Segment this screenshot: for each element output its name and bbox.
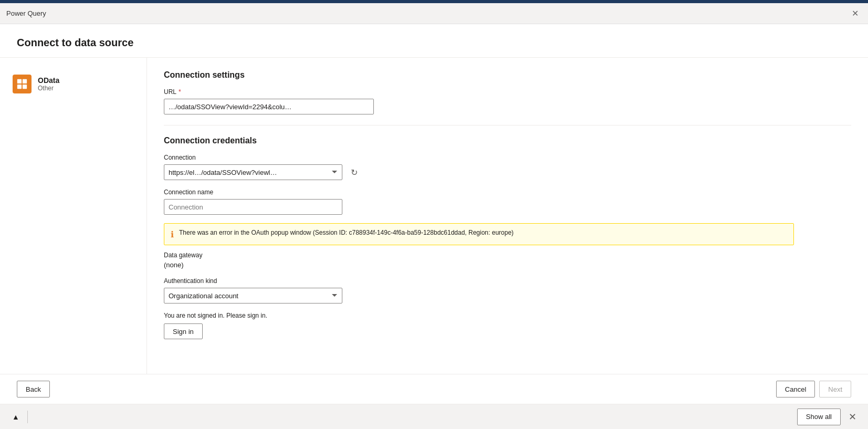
close-bottom-button[interactable]: ✕ [845, 410, 860, 424]
sign-in-group: You are not signed in. Please sign in. S… [164, 312, 851, 339]
odata-icon [13, 75, 32, 93]
url-label: URL * [164, 88, 851, 96]
url-required: * [179, 88, 181, 96]
footer-right: Cancel Next [776, 381, 851, 397]
refresh-button[interactable]: ↻ [347, 165, 361, 180]
right-panel: Connection settings URL * Connection cre… [147, 58, 868, 374]
warning-icon: ℹ [171, 229, 174, 239]
warning-text: There was an error in the OAuth popup wi… [179, 229, 514, 236]
show-all-button[interactable]: Show all [797, 409, 841, 425]
connection-name-field-group: Connection name [164, 189, 851, 215]
connection-field-group: Connection https://el…/odata/SSOView?vie… [164, 154, 851, 180]
dialog-header: Connect to data source [0, 24, 868, 58]
connection-label: Connection [164, 154, 851, 161]
next-button[interactable]: Next [819, 381, 851, 397]
connection-credentials-section: Connection credentials Connection https:… [164, 136, 851, 339]
window-title: Power Query [6, 9, 46, 17]
bottom-bar: ▲ Show all ✕ [0, 404, 868, 429]
connection-settings-title: Connection settings [164, 70, 851, 80]
svg-rect-0 [17, 79, 22, 83]
back-button[interactable]: Back [17, 381, 50, 397]
connector-category: Other [38, 85, 59, 92]
connection-select[interactable]: https://el…/odata/SSOView?viewl… [164, 164, 342, 180]
chevron-up-button[interactable]: ▲ [8, 410, 23, 424]
url-input[interactable] [164, 99, 374, 114]
auth-kind-field-group: Authentication kind Organizational accou… [164, 277, 851, 304]
window-close-button[interactable]: ✕ [849, 8, 862, 19]
auth-kind-label: Authentication kind [164, 277, 851, 285]
auth-kind-select[interactable]: Organizational account Anonymous Windows [164, 288, 342, 304]
window-chrome: Power Query ✕ [0, 3, 868, 24]
data-gateway-label: Data gateway [164, 252, 851, 259]
url-field-group: URL * [164, 88, 851, 114]
connector-info: OData Other [38, 76, 59, 92]
connection-credentials-title: Connection credentials [164, 136, 851, 145]
sign-in-button[interactable]: Sign in [164, 323, 203, 339]
odata-icon-svg [16, 78, 28, 90]
svg-rect-2 [17, 85, 22, 89]
svg-rect-3 [23, 85, 27, 89]
bottom-left: ▲ [8, 410, 28, 424]
dialog-body: OData Other Connection settings URL * [0, 58, 868, 374]
svg-rect-1 [23, 79, 27, 83]
connector-name: OData [38, 76, 59, 85]
cancel-button[interactable]: Cancel [776, 381, 815, 397]
data-gateway-field-group: Data gateway (none) [164, 252, 851, 269]
connection-name-input[interactable] [164, 199, 342, 215]
dialog-footer: Back Cancel Next [0, 374, 868, 404]
warning-banner: ℹ There was an error in the OAuth popup … [164, 223, 794, 245]
footer-left: Back [17, 381, 50, 397]
bottom-divider [27, 411, 28, 423]
connection-dropdown-container: https://el…/odata/SSOView?viewl… ↻ [164, 164, 851, 180]
bottom-right: Show all ✕ [797, 409, 860, 425]
dialog: Connect to data source OData Other [0, 24, 868, 404]
dialog-title: Connect to data source [17, 37, 851, 49]
section-divider [164, 125, 851, 125]
data-gateway-value: (none) [164, 261, 851, 269]
left-panel: OData Other [0, 58, 147, 374]
sign-in-text: You are not signed in. Please sign in. [164, 312, 851, 319]
connection-name-label: Connection name [164, 189, 851, 196]
connector-item: OData Other [8, 70, 138, 98]
connection-settings-section: Connection settings URL * [164, 70, 851, 114]
